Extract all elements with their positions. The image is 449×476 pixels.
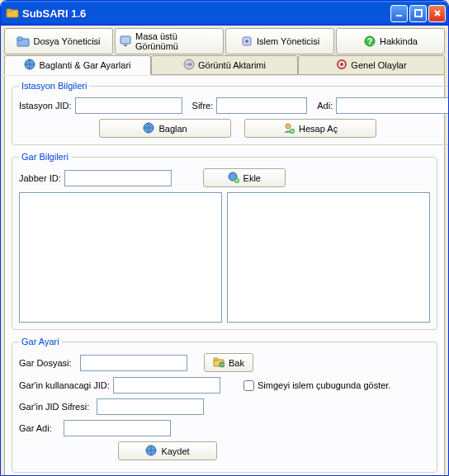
folder-icon [17, 35, 30, 48]
maximize-button[interactable] [409, 5, 427, 22]
process-icon [240, 35, 253, 48]
input-jid-sifre[interactable] [97, 398, 204, 415]
list-left[interactable] [19, 192, 222, 323]
transfer-icon [183, 59, 195, 72]
label-jabber-id: Jabber ID: [19, 173, 61, 183]
tab-label: Islem Yöneticisi [257, 36, 319, 46]
input-gar-adi[interactable] [64, 420, 171, 436]
label-jid-sifre: Gar'in JID Sifresi: [19, 402, 93, 412]
user-add-icon [283, 122, 295, 135]
tab-hakkinda[interactable]: ? Hakkinda [336, 28, 445, 54]
tab-label: Dosya Yöneticisi [33, 36, 100, 46]
globe-add-icon [228, 172, 239, 185]
ekle-button[interactable]: Ekle [203, 168, 286, 187]
svg-rect-6 [121, 36, 130, 44]
input-jabber-id[interactable] [64, 170, 172, 186]
subtab-label: Genel Olaylar [351, 60, 406, 70]
input-gar-dosyasi[interactable] [80, 355, 187, 371]
svg-rect-22 [214, 358, 218, 361]
content-area: Dosya Yöneticisi Masa üstü Görünümü Isle… [1, 26, 448, 476]
label-gar-adi: Gar Adi: [19, 423, 60, 433]
subtab-goruntu[interactable]: Görüntü Aktarimi [151, 55, 298, 75]
input-kullan-jid[interactable] [113, 377, 220, 394]
svg-point-17 [286, 124, 291, 129]
list-right[interactable] [227, 192, 430, 323]
svg-rect-5 [17, 37, 22, 40]
svg-rect-1 [7, 9, 12, 12]
fieldset-istasyon: Istasyon Bilgileri Istasyon JID: Sifre: … [12, 81, 449, 145]
label-kullan-jid: Gar'in kullanacagi JID: [19, 380, 110, 390]
panel-baglanti: Istasyon Bilgileri Istasyon JID: Sifre: … [4, 76, 445, 476]
globe-icon [143, 122, 154, 135]
fieldset-gar-bilgileri: Gar Bilgileri Jabber ID: Ekle [12, 152, 437, 330]
legend-gar-ayari: Gar Ayari [19, 337, 62, 346]
svg-point-23 [220, 362, 224, 367]
globe-icon [24, 59, 35, 72]
app-window: SubSARI 1.6 Dosya Yöneticisi Masa üstü G… [0, 0, 449, 476]
fieldset-gar-ayari: Gar Ayari Gar Dosyasi: Bak Gar'in kullan… [12, 337, 437, 473]
monitor-icon [119, 35, 132, 48]
tab-islem-yoneticisi[interactable]: Islem Yöneticisi [225, 28, 334, 54]
button-label: Hesap Aç [299, 124, 338, 134]
svg-rect-3 [415, 10, 422, 16]
label-simge: Simgeyi islem çubugunda göster. [258, 380, 390, 390]
input-istasyon-jid[interactable] [75, 97, 182, 114]
tab-masa-ustu[interactable]: Masa üstü Görünümü [115, 28, 224, 54]
hesap-ac-button[interactable]: Hesap Aç [244, 119, 376, 138]
legend-gar-bilgileri: Gar Bilgileri [19, 152, 71, 162]
button-label: Bak [229, 358, 244, 368]
browse-icon [213, 356, 224, 370]
subtab-label: Görüntü Aktarimi [198, 60, 266, 70]
sub-tabs: Baglanti & Gar Ayarlari Görüntü Aktarimi… [4, 55, 445, 75]
label-sifre: Sifre: [192, 101, 214, 111]
title-text: SubSARI 1.6 [22, 7, 390, 20]
globe-icon [145, 445, 157, 458]
bak-button[interactable]: Bak [204, 353, 253, 372]
tab-label: Masa üstü Görünümü [135, 31, 220, 51]
subtab-label: Baglanti & Gar Ayarlari [39, 60, 130, 70]
label-adi: Adi: [317, 101, 333, 111]
help-icon: ? [363, 35, 376, 48]
window-buttons [390, 5, 446, 22]
label-istasyon-jid: Istasyon JID: [19, 101, 72, 111]
svg-rect-2 [396, 15, 402, 16]
app-icon [6, 7, 19, 20]
tab-dosya-yoneticisi[interactable]: Dosya Yöneticisi [4, 28, 113, 54]
titlebar: SubSARI 1.6 [1, 1, 448, 26]
svg-text:?: ? [367, 36, 373, 46]
close-button[interactable] [428, 5, 446, 22]
minimize-button[interactable] [390, 5, 408, 22]
label-gar-dosyasi: Gar Dosyasi: [19, 358, 77, 368]
baglan-button[interactable]: Baglan [99, 119, 231, 138]
checkbox-simge[interactable] [243, 380, 254, 391]
svg-rect-7 [124, 45, 127, 46]
main-tabs: Dosya Yöneticisi Masa üstü Görünümü Isle… [4, 28, 445, 54]
svg-point-15 [340, 63, 343, 66]
legend-istasyon: Istasyon Bilgileri [19, 81, 89, 91]
subtab-genel[interactable]: Genel Olaylar [298, 55, 445, 75]
button-label: Baglan [158, 124, 187, 134]
input-sifre[interactable] [216, 97, 307, 114]
kaydet-button[interactable]: Kaydet [118, 441, 217, 460]
button-label: Ekle [243, 173, 261, 183]
svg-point-9 [245, 40, 248, 43]
gear-icon [336, 59, 347, 72]
subtab-baglanti[interactable]: Baglanti & Gar Ayarlari [4, 55, 151, 75]
button-label: Kaydet [161, 446, 189, 456]
input-adi[interactable] [336, 97, 449, 114]
tab-label: Hakkinda [380, 36, 418, 46]
